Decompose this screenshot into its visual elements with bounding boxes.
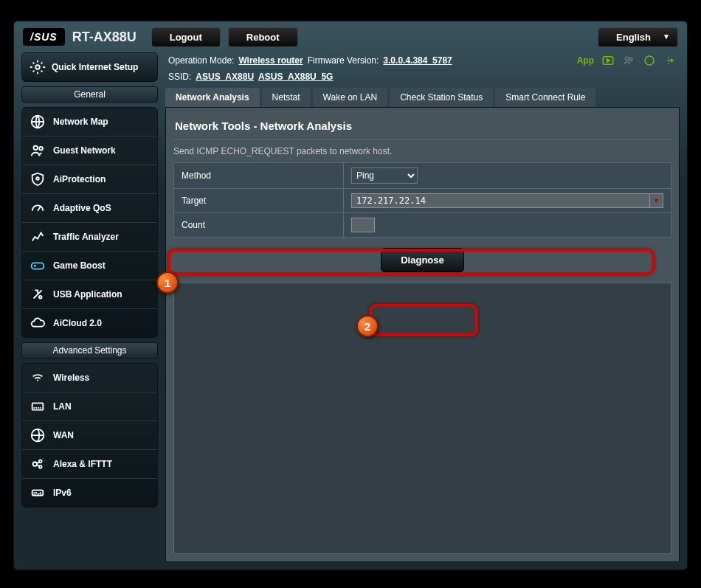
svg-rect-5 [32,263,44,269]
nav-game-boost[interactable]: Game Boost [22,252,157,280]
nav-label: USB Application [53,289,122,300]
svg-point-16 [645,56,654,65]
method-label: Method [174,163,344,189]
link-icon [30,456,46,472]
tab-smart-connect[interactable]: Smart Connect Rule [495,88,595,107]
nav-ipv6[interactable]: IPv6 IPv6 [22,479,157,507]
tab-network-analysis[interactable]: Network Analysis [165,88,260,107]
nav-label: IPv6 [53,488,72,498]
nav-label: Adaptive QoS [53,203,111,213]
output-panel [173,283,671,554]
svg-point-15 [629,58,632,61]
svg-text:IPv6: IPv6 [33,491,41,496]
speedometer-icon [30,200,46,216]
svg-point-14 [626,58,629,61]
count-input[interactable] [351,218,375,232]
nav-label: Guest Network [53,145,116,156]
globe-icon[interactable] [643,54,656,67]
nav-guest-network[interactable]: Guest Network [22,136,157,165]
brand-logo: /SUS [23,28,65,46]
svg-point-3 [39,147,43,151]
logout-button[interactable]: Logout [151,27,221,47]
annotation-callout-2: 2 [356,315,379,337]
quick-internet-setup[interactable]: Quick Internet Setup [21,52,158,82]
nav-network-map[interactable]: Network Map [22,108,157,136]
users-icon[interactable] [622,54,635,67]
target-label: Target [174,189,344,213]
nav-aiprotection[interactable]: AiProtection [22,165,157,194]
nav-aicloud[interactable]: AiCloud 2.0 [22,309,157,337]
qis-label: Quick Internet Setup [52,62,138,72]
nav-label: AiCloud 2.0 [53,318,102,328]
tab-netstat[interactable]: Netstat [262,88,311,107]
ssid2-link[interactable]: ASUS_AX88U_5G [258,72,333,82]
gear-wrench-icon [30,59,46,75]
target-input[interactable] [351,193,650,208]
ipv6-icon: IPv6 [30,485,46,501]
op-mode-label: Operation Mode: [168,55,234,66]
nav-label: Wireless [53,373,89,383]
model-name: RT-AX88U [72,30,137,45]
nav-usb-application[interactable]: USB Application [22,280,157,309]
method-select[interactable]: Ping [351,167,418,184]
app-label: App [577,55,594,66]
play-icon[interactable] [601,54,615,67]
usb-icon[interactable] [663,54,677,67]
ethernet-icon [30,398,46,415]
nav-adaptive-qos[interactable]: Adaptive QoS [22,194,157,223]
target-dropdown-arrow[interactable]: ▼ [650,193,663,208]
svg-point-4 [36,177,39,180]
ssid1-link[interactable]: ASUS_AX88U [196,72,254,82]
nav-label: Traffic Analyzer [53,232,119,242]
cloud-icon [30,315,46,331]
diagnose-button[interactable]: Diagnose [381,248,464,272]
nav-wireless[interactable]: Wireless [22,364,157,392]
nav-label: AiProtection [53,174,106,184]
svg-rect-6 [32,403,44,409]
wifi-icon [30,370,46,386]
section-general: General [21,86,158,103]
tab-check-station[interactable]: Check Station Status [390,88,493,107]
divider [173,139,671,140]
tab-wake-on-lan[interactable]: Wake on LAN [313,88,388,107]
page-description: Send ICMP ECHO_REQUEST packets to networ… [173,146,671,156]
page-title: Network Tools - Network Analysis [173,115,671,136]
nav-label: LAN [53,401,72,412]
nav-traffic-analyzer[interactable]: Traffic Analyzer [22,223,157,252]
fw-link[interactable]: 3.0.0.4.384_5787 [383,55,452,66]
globe-icon [30,427,46,443]
ssid-label: SSID: [168,72,191,82]
nav-lan[interactable]: LAN [22,392,157,421]
fw-label: Firmware Version: [308,55,379,66]
users-icon [30,142,46,159]
gamepad-icon [30,257,46,274]
reboot-button[interactable]: Reboot [228,27,298,47]
annotation-callout-1: 1 [156,271,179,294]
shield-icon [30,171,46,187]
op-mode-link[interactable]: Wireless router [238,55,303,66]
nav-label: WAN [53,430,74,440]
usb-icon [30,286,46,302]
svg-point-2 [34,146,38,151]
nav-label: Alexa & IFTTT [53,459,112,469]
count-label: Count [174,213,344,238]
globe-icon [30,114,46,130]
svg-point-0 [35,65,40,69]
nav-alexa-ifttt[interactable]: Alexa & IFTTT [22,450,157,479]
nav-label: Network Map [53,117,108,127]
section-advanced: Advanced Settings [21,342,158,359]
nav-wan[interactable]: WAN [22,421,157,450]
chart-icon [30,229,46,245]
language-dropdown[interactable]: English [598,27,678,47]
nav-label: Game Boost [53,260,106,271]
